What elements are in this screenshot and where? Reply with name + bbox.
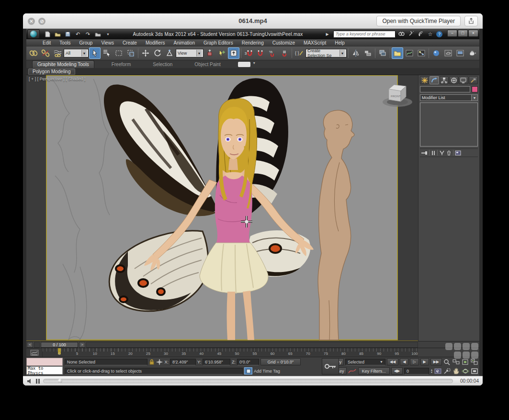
share-button[interactable] (464, 16, 478, 26)
pause-button-icon[interactable] (35, 378, 40, 384)
angle-snap-icon[interactable] (255, 47, 266, 59)
qat-dropdown-icon[interactable]: ▼ (104, 31, 112, 38)
menu-item[interactable]: Tools (59, 40, 70, 45)
select-object-icon[interactable] (89, 47, 101, 59)
max-app-button[interactable] (27, 29, 40, 39)
qt-playhead[interactable] (58, 379, 62, 383)
next-key-button[interactable]: ▶ (420, 358, 429, 365)
named-selection-sets-dropdown[interactable]: Create Selection Se▼ (305, 49, 347, 57)
pan-hand-icon[interactable] (452, 368, 460, 375)
tab-modify-icon[interactable] (430, 76, 439, 84)
tab-create-icon[interactable] (420, 76, 429, 84)
goto-end-button[interactable]: ▶▶ (430, 358, 442, 365)
configure-modifier-sets-icon[interactable] (455, 150, 461, 156)
qt-close-icon[interactable]: ✕ (28, 18, 35, 25)
menu-item[interactable]: Edit (43, 40, 51, 45)
time-slider-track[interactable] (86, 342, 418, 348)
render-setup-icon[interactable] (442, 47, 454, 59)
selection-filter-dropdown[interactable]: All▼ (64, 49, 89, 57)
key-set-dropdown[interactable]: Selected▼ (345, 359, 385, 365)
use-pivot-point-icon[interactable] (204, 47, 215, 59)
x-coordinate-field[interactable]: 8'2.409" (170, 359, 196, 365)
undo-icon[interactable]: ↶ (74, 31, 82, 38)
menu-item[interactable]: Animation (173, 40, 194, 45)
select-by-name-icon[interactable] (101, 47, 113, 59)
perspective-viewport[interactable]: [ + ] [ Perspective ] [ Shaded ] (26, 75, 418, 341)
open-file-icon[interactable] (54, 31, 62, 38)
tab-freeform[interactable]: Freeform (107, 61, 136, 68)
minimize-ribbon-icon[interactable] (238, 62, 250, 67)
keyboard-shortcut-override-icon[interactable] (228, 47, 239, 59)
curve-editor-icon[interactable] (404, 47, 415, 59)
goto-start-button[interactable]: ◀◀ (387, 358, 398, 365)
open-with-quicktime-button[interactable]: Open with QuickTime Player (376, 16, 461, 26)
save-file-icon[interactable] (64, 31, 72, 38)
rollout-area[interactable] (420, 157, 478, 339)
object-name-field[interactable] (420, 86, 470, 92)
qt-progress-bar[interactable] (43, 379, 453, 383)
project-folder-icon[interactable] (94, 31, 102, 38)
track-bar-ruler[interactable]: 0510152025303540455055606570758085909510… (43, 348, 418, 357)
absolute-mode-icon[interactable] (156, 359, 163, 365)
menu-item[interactable]: Group (79, 40, 93, 45)
time-slider-handle[interactable]: 0 / 100 (41, 342, 78, 348)
remove-modifier-icon[interactable] (446, 150, 452, 156)
menu-item[interactable]: Rendering (242, 40, 264, 45)
modifier-list-dropdown[interactable]: Modifier List▼ (420, 94, 478, 101)
orbit-icon[interactable] (462, 368, 469, 375)
key-filters-button[interactable]: Key Filters... (358, 367, 390, 375)
menu-item[interactable]: Create (123, 40, 137, 45)
minimize-button[interactable]: − (447, 30, 457, 37)
menu-item[interactable]: Graph Editors (204, 40, 233, 45)
tab-object-paint[interactable]: Object Paint (190, 61, 225, 68)
render-production-icon[interactable] (466, 47, 478, 59)
selection-lock-icon[interactable] (149, 359, 155, 365)
spinner-snap-icon[interactable] (279, 47, 290, 59)
z-coordinate-field[interactable]: 0'0.0" (237, 359, 259, 365)
tab-motion-icon[interactable] (449, 76, 458, 84)
material-editor-icon[interactable] (430, 47, 442, 59)
volume-icon[interactable] (27, 378, 33, 384)
menu-item[interactable]: Help (335, 40, 345, 45)
object-color-swatch[interactable] (472, 86, 478, 92)
next-frame-arrow[interactable]: > (79, 342, 85, 348)
infocenter-arrow-icon[interactable]: ▶ (324, 32, 331, 36)
select-and-manipulate-icon[interactable] (216, 47, 227, 59)
y-coordinate-field[interactable]: 6'10.958" (203, 359, 230, 365)
show-end-result-icon[interactable] (431, 150, 436, 156)
select-and-scale-icon[interactable] (164, 47, 175, 59)
key-mode-toggle[interactable]: ◀▶ (391, 367, 403, 375)
snaps-toggle-icon[interactable]: 3 (243, 47, 254, 59)
infocenter-search-input[interactable] (333, 31, 396, 38)
tab-graphite-modeling-tools[interactable]: Graphite Modeling Tools (32, 60, 94, 68)
tab-hierarchy-icon[interactable] (440, 76, 449, 84)
subscription-center-icon[interactable] (407, 31, 415, 37)
new-scene-icon[interactable] (44, 31, 52, 38)
panel-polygon-modeling[interactable]: Polygon Modeling (28, 68, 75, 75)
maximize-viewport-icon[interactable] (471, 368, 478, 375)
mirror-icon[interactable] (350, 47, 362, 59)
modifier-stack[interactable] (420, 102, 478, 147)
tab-utilities-icon[interactable] (469, 76, 478, 84)
frame-spinner[interactable]: ▲▼ (430, 369, 433, 374)
menu-item[interactable]: Views (101, 40, 114, 45)
key-filter-curve-icon[interactable] (348, 368, 357, 374)
time-configuration-icon[interactable] (434, 368, 442, 375)
current-frame-field[interactable]: 0 (404, 368, 429, 375)
close-button[interactable]: × (468, 30, 478, 37)
tab-display-icon[interactable] (459, 76, 468, 84)
set-keys-button[interactable] (322, 358, 339, 375)
isolate-selection-icon[interactable] (244, 367, 252, 375)
add-time-tag[interactable]: Add Time Tag (254, 369, 290, 374)
menu-item[interactable]: Customize (272, 40, 295, 45)
menu-item[interactable]: MAXScript (304, 40, 326, 45)
binoculars-search-icon[interactable] (398, 31, 405, 37)
select-and-move-icon[interactable] (140, 47, 151, 59)
help-icon[interactable]: ? (436, 31, 442, 37)
select-and-link-icon[interactable] (28, 47, 39, 59)
mini-curve-editor-button[interactable] (26, 348, 43, 357)
schematic-view-icon[interactable] (416, 47, 427, 59)
macro-recorder-pane[interactable] (26, 358, 63, 366)
viewport-label[interactable]: [ + ] [ Perspective ] [ Shaded ] (29, 77, 85, 81)
restore-button[interactable]: □ (458, 30, 468, 37)
